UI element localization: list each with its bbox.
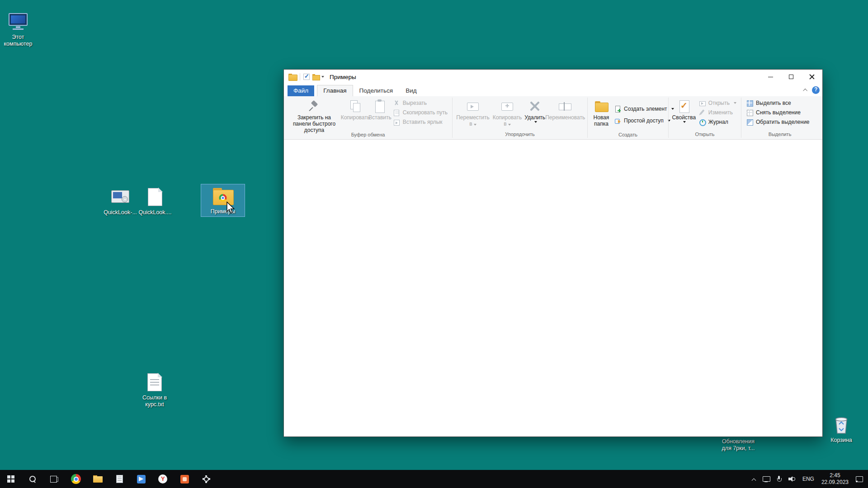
pin-icon xyxy=(307,99,322,113)
title-bar[interactable]: Примеры xyxy=(284,70,822,84)
paste-icon xyxy=(372,99,387,113)
tab-share[interactable]: Поделиться xyxy=(353,85,400,96)
select-all-button[interactable]: Выделить все xyxy=(744,99,811,107)
tray-volume-button[interactable] xyxy=(785,470,799,488)
action-center-icon xyxy=(856,476,863,482)
maximize-button[interactable] xyxy=(781,70,802,84)
desktop-icon-primery-folder[interactable]: Примеры xyxy=(201,184,245,216)
group-label-select: Выделить xyxy=(741,131,818,139)
desktop-icon-this-pc[interactable]: Этот компьютер xyxy=(0,10,40,49)
chevron-down-icon xyxy=(734,102,736,104)
new-item-icon xyxy=(614,105,621,113)
clock-date: 22.09.2023 xyxy=(821,479,849,486)
cut-button[interactable]: Вырезать xyxy=(391,99,449,107)
move-to-button[interactable]: Переместить в xyxy=(455,98,491,129)
paste-shortcut-button[interactable]: Вставить ярлык xyxy=(391,118,449,126)
tab-home[interactable]: Главная xyxy=(317,85,353,96)
edit-icon xyxy=(698,109,706,116)
ribbon-group-new: Новая папка Создать элемент Простой дост… xyxy=(588,96,668,139)
desktop-icon-label: QuickLook.... xyxy=(139,209,172,216)
desktop-icon-recycle-bin[interactable]: Корзина xyxy=(820,413,863,445)
copy-path-icon xyxy=(393,109,400,116)
pin-to-quick-access-button[interactable]: Закрепить на панели быстрого доступа xyxy=(287,98,342,135)
taskbar-blue-app-button[interactable] xyxy=(130,470,152,488)
edit-button[interactable]: Изменить xyxy=(697,108,738,117)
chevron-up-icon xyxy=(751,478,756,483)
properties-icon xyxy=(676,99,692,113)
select-all-icon xyxy=(746,99,753,107)
desktop-icon-label: QuickLook-... xyxy=(104,209,137,216)
history-button[interactable]: Журнал xyxy=(697,118,738,126)
desktop-icon-label: Обновления для 7рки, т... xyxy=(717,438,759,452)
blue-app-icon xyxy=(137,475,146,483)
easy-access-button[interactable]: Простой доступ xyxy=(612,117,676,125)
minimize-icon xyxy=(768,77,773,77)
group-label-open: Открыть xyxy=(669,131,741,139)
text-file-icon xyxy=(143,371,166,393)
qat-new-folder-icon[interactable] xyxy=(312,74,319,80)
system-tray: ENG 2:45 22.09.2023 xyxy=(749,470,868,488)
copy-button[interactable]: Копировать xyxy=(342,98,369,122)
explorer-window: Примеры Файл Главная Поделиться Вид Закр… xyxy=(283,69,823,437)
invert-selection-icon xyxy=(746,118,753,126)
copy-path-button[interactable]: Скопировать путь xyxy=(391,108,449,117)
ribbon-group-select: Выделить все Снять выделение Обратить вы… xyxy=(741,96,818,139)
open-button[interactable]: Открыть xyxy=(697,99,738,107)
orange-app-icon xyxy=(180,475,189,483)
language-indicator[interactable]: ENG xyxy=(799,470,818,488)
qat-properties-icon[interactable] xyxy=(303,74,310,80)
tab-file[interactable]: Файл xyxy=(288,85,314,96)
tab-view[interactable]: Вид xyxy=(399,85,423,96)
clock-time: 2:45 xyxy=(821,472,849,479)
group-label-new: Создать xyxy=(588,132,668,139)
new-item-button[interactable]: Создать элемент xyxy=(612,105,676,113)
tray-mic-button[interactable] xyxy=(773,470,785,488)
delete-button[interactable]: Удалить xyxy=(524,98,546,124)
taskbar-orange-app-button[interactable] xyxy=(174,470,195,488)
desktop-icon-quicklook-doc[interactable]: QuickLook.... xyxy=(133,185,177,217)
start-button[interactable] xyxy=(0,470,22,488)
qat-dropdown-icon[interactable] xyxy=(321,76,324,78)
close-button[interactable] xyxy=(802,70,822,84)
chevron-down-icon xyxy=(534,121,537,123)
folder-content-area[interactable] xyxy=(284,140,822,436)
taskbar-explorer-button[interactable] xyxy=(87,470,108,488)
copy-to-icon xyxy=(500,99,515,113)
move-to-icon xyxy=(465,99,481,113)
taskbar-notepad-button[interactable] xyxy=(108,470,130,488)
select-none-button[interactable]: Снять выделение xyxy=(744,108,811,117)
ribbon-group-open: Свойства Открыть Изменить Журнал Открыть xyxy=(669,96,741,139)
minimize-button[interactable] xyxy=(760,70,781,84)
search-button[interactable] xyxy=(22,470,43,488)
close-icon xyxy=(809,74,815,80)
select-none-icon xyxy=(746,109,753,116)
taskbar-chrome-button[interactable] xyxy=(65,470,87,488)
invert-selection-button[interactable]: Обратить выделение xyxy=(744,118,811,126)
rename-button[interactable]: Переименовать xyxy=(546,98,585,122)
microphone-icon xyxy=(777,476,781,483)
paste-button[interactable]: Вставить xyxy=(369,98,391,122)
taskbar-settings-button[interactable] xyxy=(195,470,217,488)
this-pc-icon xyxy=(6,11,30,33)
tray-display-button[interactable] xyxy=(759,470,773,488)
group-label-organize: Упорядочить xyxy=(453,131,587,139)
collapse-ribbon-icon[interactable] xyxy=(803,89,807,93)
windows-logo-icon xyxy=(7,475,14,483)
chrome-badge-icon xyxy=(219,194,227,202)
taskbar: ENG 2:45 22.09.2023 xyxy=(0,470,868,488)
shortcut-icon xyxy=(393,118,400,126)
taskbar-clock[interactable]: 2:45 22.09.2023 xyxy=(818,470,852,488)
taskbar-round-app-button[interactable] xyxy=(152,470,174,488)
action-center-button[interactable] xyxy=(852,470,866,488)
ribbon-tab-row: Файл Главная Поделиться Вид xyxy=(284,84,822,96)
window-folder-icon xyxy=(288,74,297,80)
tray-overflow-button[interactable] xyxy=(749,470,759,488)
desktop-icon-links-txt[interactable]: Ссылки в курс.txt xyxy=(133,371,176,409)
desktop-icon-label: Этот компьютер xyxy=(0,34,39,47)
task-view-button[interactable] xyxy=(43,470,65,488)
new-folder-button[interactable]: Новая папка xyxy=(590,98,612,129)
help-icon[interactable] xyxy=(812,86,820,94)
copy-to-button[interactable]: Копировать в xyxy=(491,98,524,129)
properties-button[interactable]: Свойства xyxy=(671,98,697,124)
display-icon xyxy=(763,476,769,482)
